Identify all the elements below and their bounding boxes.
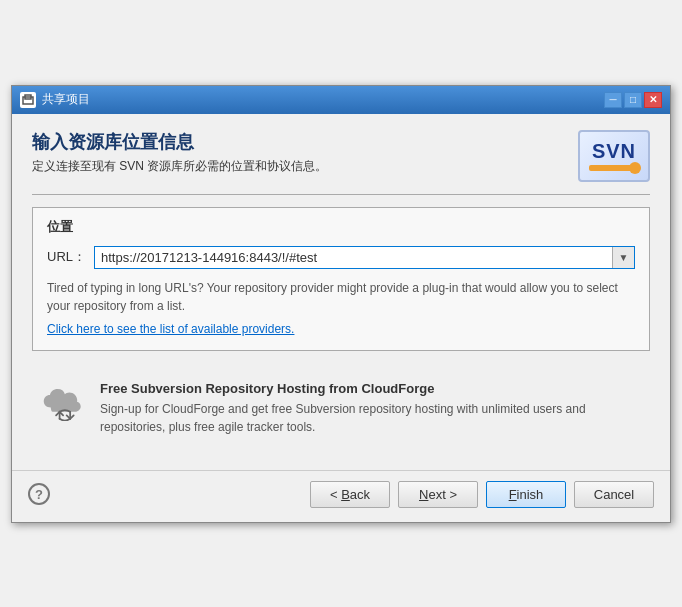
titlebar-left: 共享项目 — [20, 91, 90, 108]
window-icon — [20, 92, 36, 108]
url-dropdown-button[interactable]: ▼ — [612, 247, 634, 268]
footer: ? < Back Next > Finish Cancel — [12, 470, 670, 522]
header-divider — [32, 194, 650, 195]
close-button[interactable]: ✕ — [644, 92, 662, 108]
main-window: 共享项目 ─ □ ✕ 输入资源库位置信息 定义连接至现有 SVN 资源库所必需的… — [11, 85, 671, 523]
cloudforge-description: Sign-up for CloudForge and get free Subv… — [100, 400, 640, 436]
titlebar-controls: ─ □ ✕ — [604, 92, 662, 108]
header-text: 输入资源库位置信息 定义连接至现有 SVN 资源库所必需的位置和协议信息。 — [32, 130, 327, 175]
hint-text: Tired of typing in long URL's? Your repo… — [47, 279, 635, 315]
url-input[interactable] — [95, 247, 612, 268]
header-section: 输入资源库位置信息 定义连接至现有 SVN 资源库所必需的位置和协议信息。 SV… — [32, 130, 650, 182]
cloudforge-icon — [42, 381, 86, 425]
url-row: URL： ▼ — [47, 246, 635, 269]
providers-link[interactable]: Click here to see the list of available … — [47, 322, 294, 336]
back-button[interactable]: < Back — [310, 481, 390, 508]
location-group: 位置 URL： ▼ Tired of typing in long URL's?… — [32, 207, 650, 351]
help-button[interactable]: ? — [28, 483, 50, 505]
footer-buttons: < Back Next > Finish Cancel — [310, 481, 654, 508]
url-input-container[interactable]: ▼ — [94, 246, 635, 269]
svn-logo-decoration — [589, 165, 639, 171]
finish-button[interactable]: Finish — [486, 481, 566, 508]
titlebar: 共享项目 ─ □ ✕ — [12, 86, 670, 114]
cloudforge-text: Free Subversion Repository Hosting from … — [100, 381, 640, 436]
svn-logo-text: SVN — [592, 140, 636, 163]
next-button[interactable]: Next > — [398, 481, 478, 508]
main-content: 输入资源库位置信息 定义连接至现有 SVN 资源库所必需的位置和协议信息。 SV… — [12, 114, 670, 470]
maximize-button[interactable]: □ — [624, 92, 642, 108]
cancel-button[interactable]: Cancel — [574, 481, 654, 508]
group-legend: 位置 — [47, 218, 635, 236]
page-subtitle: 定义连接至现有 SVN 资源库所必需的位置和协议信息。 — [32, 158, 327, 175]
minimize-button[interactable]: ─ — [604, 92, 622, 108]
svn-logo: SVN — [578, 130, 650, 182]
url-label: URL： — [47, 248, 86, 266]
window-title: 共享项目 — [42, 91, 90, 108]
cloudforge-title: Free Subversion Repository Hosting from … — [100, 381, 640, 396]
page-title: 输入资源库位置信息 — [32, 130, 327, 154]
cloudforge-section: Free Subversion Repository Hosting from … — [32, 367, 650, 450]
footer-left: ? — [28, 483, 50, 505]
